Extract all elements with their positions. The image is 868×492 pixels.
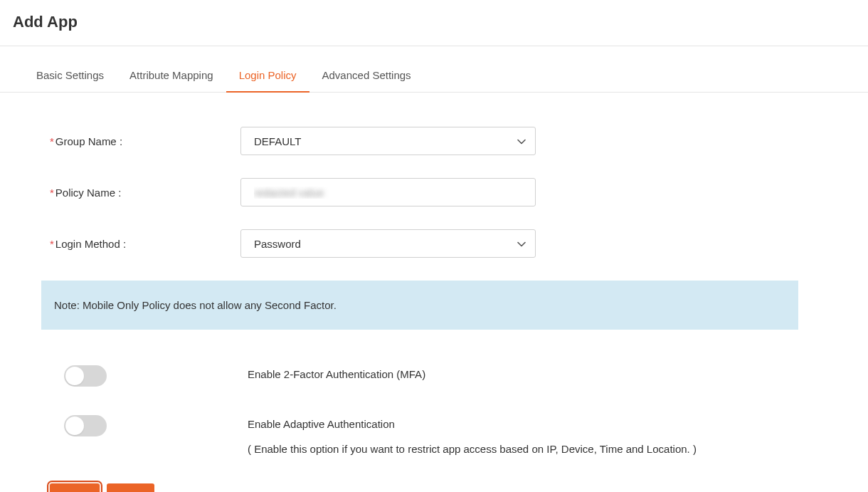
adaptive-toggle[interactable]: [64, 415, 107, 436]
group-name-select[interactable]: DEFAULT: [240, 127, 536, 155]
cancel-button[interactable]: Cancel: [209, 483, 260, 492]
adaptive-toggle-col: [64, 415, 248, 436]
adaptive-toggle-subtext: ( Enable this option if you want to rest…: [248, 443, 697, 455]
login-method-select-wrapper: Password: [240, 229, 536, 258]
mfa-toggle-row: Enable 2-Factor Authentication (MFA): [50, 365, 818, 387]
note-box: Note: Mobile Only Policy does not allow …: [41, 281, 798, 330]
tabs-container: Basic Settings Attribute Mapping Login P…: [0, 61, 868, 93]
tab-attribute-mapping[interactable]: Attribute Mapping: [117, 61, 226, 93]
next-button[interactable]: Next: [107, 483, 154, 492]
adaptive-toggle-knob: [65, 417, 84, 435]
required-marker: *: [50, 187, 54, 199]
group-name-select-wrapper: DEFAULT: [240, 127, 536, 155]
group-name-label-text: Group Name :: [55, 135, 122, 147]
mfa-toggle-col: [64, 365, 248, 387]
mfa-toggle[interactable]: [64, 365, 107, 387]
form-content: *Group Name : DEFAULT *Policy Name : *Lo…: [0, 93, 868, 492]
policy-name-label: *Policy Name :: [50, 187, 240, 199]
login-method-select[interactable]: Password: [240, 229, 536, 258]
back-button[interactable]: Back: [162, 483, 202, 492]
login-method-label-text: Login Method :: [55, 238, 126, 250]
policy-name-row: *Policy Name :: [50, 178, 818, 206]
group-name-label: *Group Name :: [50, 135, 240, 147]
required-marker: *: [50, 238, 54, 250]
adaptive-toggle-label: Enable Adaptive Authentication: [248, 415, 697, 430]
required-marker: *: [50, 135, 54, 147]
group-name-row: *Group Name : DEFAULT: [50, 127, 818, 155]
page-title: Add App: [0, 0, 868, 46]
mfa-toggle-label: Enable 2-Factor Authentication (MFA): [248, 365, 425, 380]
header-divider: [0, 46, 868, 46]
save-button[interactable]: Save: [50, 483, 100, 492]
tab-login-policy[interactable]: Login Policy: [226, 61, 309, 93]
tab-basic-settings[interactable]: Basic Settings: [23, 61, 117, 93]
login-method-label: *Login Method :: [50, 238, 240, 250]
policy-name-input[interactable]: [240, 178, 536, 206]
tab-advanced-settings[interactable]: Advanced Settings: [309, 61, 424, 93]
mfa-toggle-knob: [65, 367, 84, 385]
button-row: Save Next Back Cancel: [50, 483, 818, 492]
login-method-row: *Login Method : Password: [50, 229, 818, 258]
adaptive-toggle-row: Enable Adaptive Authentication ( Enable …: [50, 415, 818, 455]
adaptive-text-block: Enable Adaptive Authentication ( Enable …: [248, 415, 697, 455]
policy-name-label-text: Policy Name :: [55, 187, 122, 199]
